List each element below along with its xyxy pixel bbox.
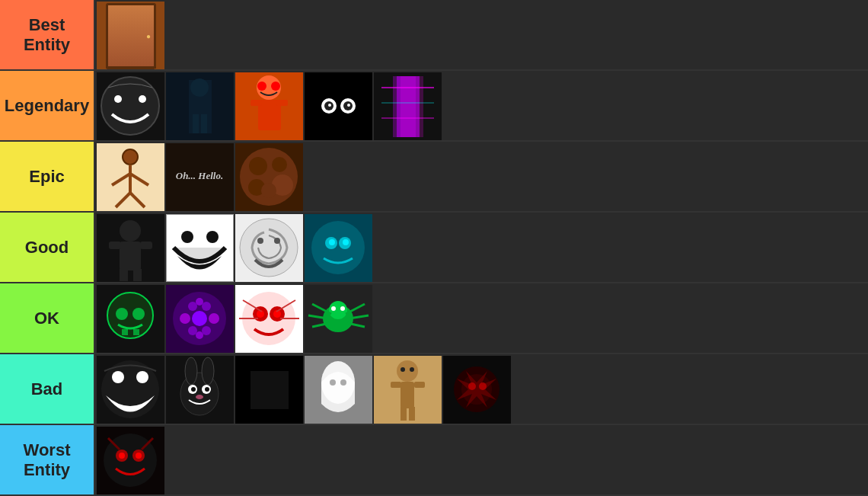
entity-worst xyxy=(97,427,164,494)
tier-label-bad: Bad xyxy=(0,354,95,424)
svg-rect-55 xyxy=(140,242,152,249)
entity-bloody-spider xyxy=(235,285,303,353)
entity-smile-dark xyxy=(166,214,234,282)
svg-rect-2 xyxy=(109,7,152,37)
tier-row-bad: Bad xyxy=(0,354,868,425)
entity-red-clown xyxy=(235,72,303,140)
svg-point-83 xyxy=(188,302,197,311)
entity-stick-figure xyxy=(97,143,164,211)
svg-point-137 xyxy=(410,367,414,372)
svg-point-109 xyxy=(340,306,345,311)
svg-point-86 xyxy=(202,326,211,335)
svg-point-4 xyxy=(143,33,149,39)
svg-point-130 xyxy=(397,360,418,382)
svg-point-19 xyxy=(257,82,266,91)
svg-rect-57 xyxy=(133,269,142,281)
entity-bunny xyxy=(166,356,234,424)
svg-rect-77 xyxy=(133,329,139,335)
svg-rect-12 xyxy=(193,114,199,133)
svg-point-47 xyxy=(272,157,287,172)
svg-point-50 xyxy=(261,183,276,198)
tier-content-best xyxy=(95,0,868,69)
entity-black-square xyxy=(235,356,303,424)
entity-wooden-puppet xyxy=(374,356,442,424)
svg-point-70 xyxy=(329,239,335,245)
svg-point-64 xyxy=(257,238,263,244)
entity-brown-fuzzy xyxy=(235,143,303,211)
svg-point-26 xyxy=(328,104,331,107)
tier-row-legendary: Legendary xyxy=(0,71,868,142)
svg-point-36 xyxy=(123,149,138,165)
tier-content-legendary xyxy=(95,71,868,140)
svg-point-108 xyxy=(331,306,336,311)
svg-point-147 xyxy=(119,453,125,459)
svg-point-65 xyxy=(274,238,280,244)
entity-ghost xyxy=(305,356,372,424)
svg-point-60 xyxy=(206,231,219,243)
tier-label-epic: Epic xyxy=(0,142,95,211)
svg-point-121 xyxy=(205,387,209,392)
svg-rect-54 xyxy=(109,242,121,249)
svg-point-27 xyxy=(347,104,350,107)
entity-green-skull xyxy=(97,285,164,353)
entity-dark-figure xyxy=(166,72,234,140)
entity-eyes xyxy=(305,72,372,140)
tier-row-best: Best Entity xyxy=(0,0,868,71)
svg-rect-56 xyxy=(120,269,128,281)
svg-point-81 xyxy=(180,313,190,324)
svg-point-120 xyxy=(191,387,196,392)
svg-rect-132 xyxy=(391,382,401,388)
tier-row-worst: Worst Entity xyxy=(0,425,868,496)
entity-black-shadow xyxy=(97,214,164,282)
svg-point-148 xyxy=(136,453,142,459)
tier-label-good: Good xyxy=(0,213,95,282)
tier-label-worst: Worst Entity xyxy=(0,425,95,494)
tier-label-ok: OK xyxy=(0,283,95,353)
svg-rect-76 xyxy=(122,329,128,335)
svg-rect-18 xyxy=(276,100,288,106)
svg-text:Oh... Hello.: Oh... Hello. xyxy=(176,170,223,181)
svg-rect-17 xyxy=(251,100,262,106)
svg-point-117 xyxy=(202,357,214,385)
tier-content-epic: Oh... Hello. xyxy=(95,142,868,211)
svg-point-141 xyxy=(468,382,476,390)
svg-point-71 xyxy=(343,239,349,245)
svg-rect-134 xyxy=(400,407,407,421)
svg-rect-0 xyxy=(97,2,164,69)
svg-rect-124 xyxy=(251,371,289,409)
entity-teal xyxy=(305,214,372,282)
svg-point-136 xyxy=(400,367,405,372)
svg-point-59 xyxy=(181,231,193,243)
entity-oh-hello: Oh... Hello. xyxy=(166,143,234,211)
entity-glitch-face xyxy=(97,72,164,140)
svg-rect-53 xyxy=(120,242,141,270)
svg-point-7 xyxy=(114,95,122,103)
svg-rect-13 xyxy=(201,114,207,133)
svg-point-122 xyxy=(196,395,203,399)
svg-rect-21 xyxy=(305,72,372,140)
svg-point-80 xyxy=(192,311,207,326)
svg-point-20 xyxy=(271,82,280,91)
svg-point-128 xyxy=(340,379,346,386)
svg-rect-131 xyxy=(400,382,414,408)
svg-point-82 xyxy=(209,313,219,324)
entity-door xyxy=(97,2,164,69)
svg-rect-133 xyxy=(414,382,425,388)
svg-point-8 xyxy=(139,95,146,103)
svg-rect-135 xyxy=(409,407,415,421)
tier-content-bad xyxy=(95,354,868,424)
svg-point-74 xyxy=(116,308,128,320)
svg-point-73 xyxy=(107,293,153,338)
tier-content-good xyxy=(95,213,868,282)
svg-point-101 xyxy=(329,301,347,319)
entity-smile-grin xyxy=(97,356,164,424)
svg-point-87 xyxy=(196,298,203,306)
entity-green-spider xyxy=(305,285,372,353)
svg-point-11 xyxy=(190,78,209,97)
entity-glitch-purple xyxy=(374,72,442,140)
tier-label-best: Best Entity xyxy=(0,0,95,69)
svg-point-52 xyxy=(120,220,141,242)
svg-point-84 xyxy=(202,302,211,311)
svg-point-127 xyxy=(330,379,336,386)
entity-purple-orbs xyxy=(166,285,234,353)
